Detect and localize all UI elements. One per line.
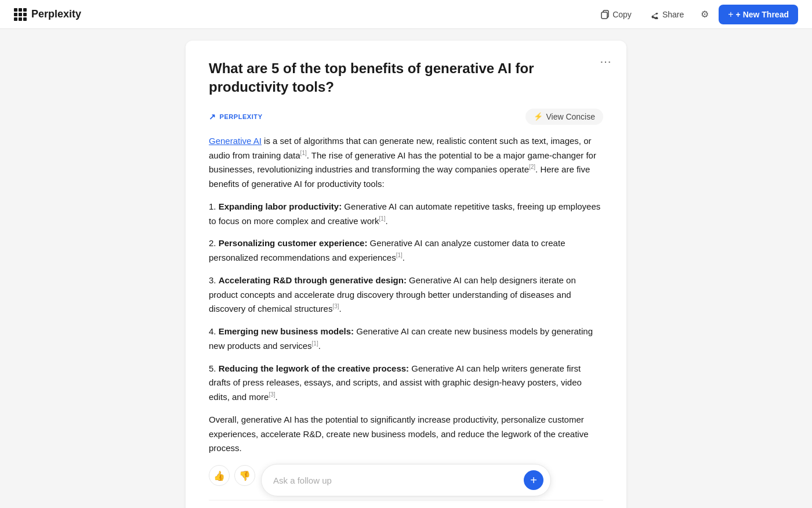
item-num-5: 5. [209,363,219,373]
share-icon [650,10,659,19]
item-bold-4: Emerging new business models: [219,326,354,336]
summary-paragraph: Overall, generative AI has the potential… [209,413,603,456]
thumbs-down-button[interactable]: 👎 [234,465,255,486]
source-label: PERPLEXITY [220,113,263,120]
perplexity-logo-icon [14,8,27,21]
thumbs-up-icon: 👍 [213,470,225,481]
share-label: Share [662,10,684,19]
answer-source-header: ↗ PERPLEXITY ⚡ View Concise [209,109,603,125]
item-num-1: 1. [209,201,219,211]
item-bold-2: Personalizing customer experience: [219,238,368,248]
item-num-3: 3. [209,275,219,285]
item-ref-4: [1] [312,340,318,347]
followup-add-button[interactable]: + [524,470,543,490]
benefit-item-2: 2. Personalizing customer experience: Ge… [209,236,603,265]
benefit-item-4: 4. Emerging new business models: Generat… [209,325,603,354]
item-ref-2: [1] [396,252,403,258]
settings-button[interactable]: ⚙ [695,5,714,24]
app-name: Perplexity [31,8,81,20]
item-bold-1: Expanding labor productivity: [219,201,342,211]
thumbs-down-icon: 👎 [239,470,251,481]
ref-1: [1] [300,150,307,156]
answer-card: ⋯ What are 5 of the top benefits of gene… [186,41,626,508]
copy-label: Copy [612,10,632,19]
gear-icon: ⚙ [701,9,709,20]
perplexity-arrow-icon: ↗ [209,112,216,121]
item-bold-5: Reducing the legwork of the creative pro… [219,363,409,373]
item-bold-3: Accelerating R&D through generative desi… [219,275,407,285]
copy-button[interactable]: Copy [593,6,639,23]
view-concise-label: View Concise [546,112,595,121]
share-button[interactable]: Share [643,6,691,23]
question-title: What are 5 of the top benefits of genera… [209,59,603,97]
thumbs-up-button[interactable]: 👍 [209,465,230,486]
new-thread-button[interactable]: + + New Thread [719,5,798,24]
view-concise-button[interactable]: ⚡ View Concise [525,109,603,125]
more-dots-icon: ⋯ [600,56,612,67]
generative-ai-link[interactable]: Generative AI [209,136,262,146]
perplexity-badge: ↗ PERPLEXITY [209,112,263,121]
item-num-4: 4. [209,326,219,336]
item-ref-1: [1] [379,215,385,222]
svg-rect-0 [601,12,607,19]
benefit-item-5: 5. Reducing the legwork of the creative … [209,362,603,405]
top-navigation: Perplexity Copy Share ⚙ + + New Thread [0,0,812,29]
sources-section: [ ] 3 SOURCES ≡ View List 1 B bcg 2 [209,500,603,508]
item-num-2: 2. [209,238,219,248]
item-ref-3: [3] [332,303,339,309]
nav-actions: Copy Share ⚙ + + New Thread [593,5,798,24]
followup-bar: + [261,464,551,496]
lightning-icon: ⚡ [534,112,543,121]
new-thread-label: + New Thread [736,10,789,19]
copy-icon [600,10,610,19]
intro-paragraph: Generative AI is a set of algorithms tha… [209,134,603,192]
new-thread-icon: + [728,9,733,20]
benefit-item-1: 1. Expanding labor productivity: Generat… [209,200,603,229]
ref-2: [2] [529,164,535,170]
item-ref-5: [3] [269,391,275,398]
benefit-item-3: 3. Accelerating R&D through generative d… [209,273,603,316]
followup-input[interactable] [273,475,524,485]
answer-body: Generative AI is a set of algorithms tha… [209,134,603,456]
plus-icon: + [530,474,537,486]
main-content: ⋯ What are 5 of the top benefits of gene… [0,29,812,508]
more-options-button[interactable]: ⋯ [596,52,615,71]
logo-area: Perplexity [14,8,81,21]
